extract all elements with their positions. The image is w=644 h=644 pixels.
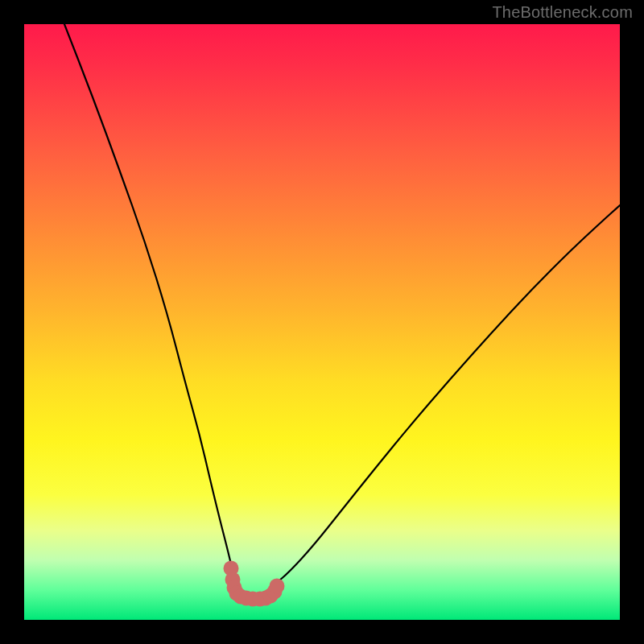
chart-svg	[24, 24, 620, 620]
plot-area	[24, 24, 620, 620]
watermark-text: TheBottleneck.com	[492, 3, 633, 22]
bottom-marker-band	[224, 561, 285, 607]
curve-left-branch	[64, 24, 234, 580]
curve-right-branch	[274, 205, 620, 585]
chart-frame: TheBottleneck.com	[0, 0, 644, 644]
marker-dot	[270, 579, 285, 594]
